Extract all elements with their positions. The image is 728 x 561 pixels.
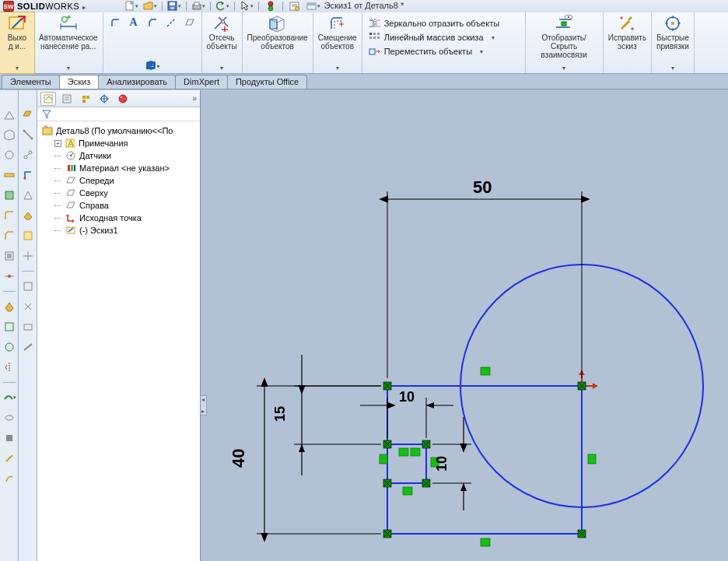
svg-point-78	[5, 415, 13, 420]
svg-point-83	[24, 156, 27, 159]
tool-icon[interactable]	[2, 229, 16, 243]
quick-snaps-button[interactable]: Быстрые привязки ▾	[652, 12, 695, 73]
config-tab[interactable]	[78, 92, 93, 106]
expand-icon[interactable]: +	[54, 140, 61, 147]
toggle-button[interactable]	[306, 1, 320, 12]
separator	[3, 291, 16, 292]
tab-features[interactable]: Элементы	[2, 75, 60, 89]
tool-icon[interactable]	[2, 300, 16, 314]
property-tab[interactable]	[59, 92, 75, 106]
dimxpert-tab[interactable]	[96, 92, 112, 106]
dim-10-h[interactable]: 10	[399, 389, 415, 405]
tree-sketch1[interactable]: (-) Эскиз1	[39, 224, 198, 237]
drawing-canvas[interactable]: 50 40 15 10	[201, 90, 728, 561]
dropdown-icon: ▾	[16, 65, 19, 72]
tool-icon[interactable]	[2, 451, 16, 465]
tool-icon[interactable]	[21, 148, 35, 162]
tab-evaluate[interactable]: Анализировать	[98, 75, 176, 89]
render-tab[interactable]	[115, 92, 131, 106]
svg-rect-93	[82, 96, 86, 99]
tool-icon[interactable]	[2, 249, 16, 263]
tree-top-plane[interactable]: Сверху	[39, 187, 198, 199]
tool-icon[interactable]	[21, 188, 35, 202]
display-relations-button[interactable]: Отобразить/Скрыть взаимосвязи ▾	[526, 12, 604, 73]
tool-icon[interactable]	[2, 411, 16, 425]
convert-button[interactable]: Преобразование объектов	[243, 12, 313, 73]
tool-icon[interactable]	[21, 229, 35, 243]
tool-icon[interactable]	[21, 209, 35, 223]
new-file-button[interactable]	[124, 1, 138, 12]
undo-button[interactable]	[215, 1, 229, 12]
tool-icon[interactable]	[2, 320, 16, 334]
feature-tree-panel: » Деталь8 (По умолчанию<<По + A Примечан…	[37, 90, 201, 561]
tool-icon[interactable]	[21, 168, 35, 182]
collapse-tree-button[interactable]: »	[192, 94, 197, 103]
select-button[interactable]	[240, 1, 254, 12]
tool-icon[interactable]	[2, 168, 16, 182]
dim-50[interactable]: 50	[473, 177, 492, 197]
tool-icon[interactable]	[21, 249, 35, 263]
tool-icon[interactable]	[2, 128, 16, 142]
save-button[interactable]	[167, 1, 181, 12]
svg-point-82	[30, 138, 33, 140]
tool-icon[interactable]	[21, 340, 35, 354]
dim-10-v[interactable]: 10	[434, 456, 450, 472]
brand-thin: WORKS	[45, 2, 79, 11]
tool-icon[interactable]	[21, 279, 35, 293]
tab-office[interactable]: Продукты Office	[227, 75, 307, 89]
chamfer-tool[interactable]	[144, 14, 161, 31]
tool-icon[interactable]	[21, 320, 35, 334]
tree-origin[interactable]: Исходная точка	[39, 212, 198, 224]
tree-annotations[interactable]: + A Примечания	[39, 137, 198, 149]
centerline-tool[interactable]	[163, 14, 180, 31]
feature-tree-tab[interactable]	[40, 92, 56, 106]
open-file-button[interactable]	[143, 1, 157, 12]
tree-material[interactable]: Материал <не указан>	[39, 162, 198, 174]
tool-icon[interactable]: ▾	[2, 391, 16, 405]
offset-button[interactable]: Смещение объектов ▾	[313, 12, 362, 73]
trim-button[interactable]: Отсечь объекты ▾	[202, 12, 243, 73]
tree-label: Материал <не указан>	[79, 163, 170, 173]
filter-row[interactable]	[37, 107, 200, 121]
fillet-tool[interactable]	[107, 14, 124, 31]
tree-sensors[interactable]: Датчики	[39, 149, 198, 162]
repair-sketch-button[interactable]: Исправить эскиз	[604, 12, 652, 73]
tree-root-label: Деталь8 (По умолчанию<<По	[56, 126, 173, 135]
exit-sketch-button[interactable]: Выхо д и... ▾	[0, 12, 35, 74]
tool-icon[interactable]	[2, 148, 16, 162]
tool-icon[interactable]	[21, 300, 35, 314]
tree-right-plane[interactable]: Справа	[39, 199, 198, 212]
rebuild-button[interactable]	[264, 1, 278, 12]
smart-dimension-button[interactable]: Автоматическое нанесение ра... ▾	[34, 12, 103, 73]
tree-root[interactable]: Деталь8 (По умолчанию<<По	[39, 124, 198, 137]
linear-pattern-button[interactable]: Линейный массив эскиза ▾	[369, 31, 499, 44]
tab-dimxpert[interactable]: DimXpert	[175, 75, 228, 89]
point-tool[interactable]	[145, 59, 160, 72]
tool-icon[interactable]	[2, 107, 16, 121]
dropdown-icon: ▾	[220, 65, 223, 72]
print-button[interactable]	[191, 1, 205, 12]
tool-icon[interactable]	[21, 107, 35, 121]
options-button[interactable]	[288, 1, 302, 12]
text-tool[interactable]: A	[125, 14, 142, 31]
tool-icon[interactable]	[21, 128, 35, 142]
tool-icon[interactable]	[2, 340, 16, 354]
tool-icon[interactable]	[2, 472, 16, 486]
move-button[interactable]: Переместить объекты ▾	[369, 45, 499, 58]
tool-icon[interactable]	[2, 188, 16, 202]
plane-tool[interactable]	[181, 14, 198, 31]
tool-icon[interactable]	[2, 360, 16, 374]
tab-sketch[interactable]: Эскиз	[59, 75, 99, 89]
tool-icon[interactable]	[2, 209, 16, 223]
svg-rect-45	[369, 49, 375, 54]
svg-rect-37	[270, 19, 277, 29]
svg-rect-90	[63, 95, 71, 103]
dim-15[interactable]: 15	[272, 406, 288, 422]
svg-rect-106	[68, 165, 70, 171]
dim-40[interactable]: 40	[229, 449, 248, 468]
tool-icon[interactable]	[2, 431, 16, 445]
mirror-button[interactable]: ! Зеркально отразить объекты	[369, 17, 499, 30]
tree-front-plane[interactable]: Спереди	[39, 174, 198, 187]
tool-icon[interactable]	[2, 269, 16, 283]
svg-rect-5	[194, 2, 199, 5]
